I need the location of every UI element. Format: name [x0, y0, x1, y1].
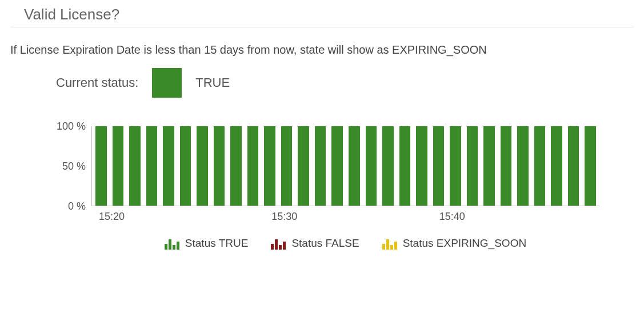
legend-item[interactable]: Status TRUE — [165, 237, 249, 250]
legend-icon — [382, 238, 397, 250]
legend: Status TRUEStatus FALSEStatus EXPIRING_S… — [23, 223, 634, 255]
status-color-swatch — [152, 68, 182, 98]
bar[interactable] — [382, 126, 394, 206]
plot-area — [91, 126, 599, 206]
bar[interactable] — [551, 126, 562, 206]
bar[interactable] — [433, 126, 445, 206]
bar[interactable] — [534, 126, 546, 206]
bar[interactable] — [247, 126, 259, 206]
chart-panel: 100 % 50 % 0 % 15:2015:3015:40 Status TR… — [0, 103, 644, 261]
bar[interactable] — [366, 126, 377, 206]
bar[interactable] — [146, 126, 158, 206]
y-tick-0: 0 % — [68, 200, 86, 212]
legend-icon — [271, 238, 286, 250]
bar[interactable] — [331, 126, 343, 206]
bar[interactable] — [517, 126, 529, 206]
bar[interactable] — [230, 126, 242, 206]
bar[interactable] — [399, 126, 411, 206]
legend-item[interactable]: Status FALSE — [271, 237, 359, 250]
legend-label: Status TRUE — [185, 237, 249, 250]
bar[interactable] — [129, 126, 141, 206]
current-status-label: Current status: — [56, 75, 138, 90]
bar[interactable] — [501, 126, 512, 206]
bar[interactable] — [214, 126, 225, 206]
bar[interactable] — [113, 126, 124, 206]
x-tick: 15:40 — [439, 211, 465, 223]
bar[interactable] — [264, 126, 275, 206]
y-tick-100: 100 % — [57, 121, 86, 133]
bar[interactable] — [450, 126, 461, 206]
bar[interactable] — [315, 126, 326, 206]
legend-icon — [165, 238, 179, 250]
bar[interactable] — [180, 126, 191, 206]
legend-item[interactable]: Status EXPIRING_SOON — [382, 237, 526, 250]
bar[interactable] — [483, 126, 495, 206]
panel-title: Valid License? — [10, 0, 634, 27]
y-tick-50: 50 % — [62, 161, 86, 172]
bar[interactable] — [585, 126, 596, 206]
legend-label: Status EXPIRING_SOON — [403, 237, 526, 250]
bar[interactable] — [467, 126, 478, 206]
bar[interactable] — [281, 126, 293, 206]
legend-label: Status FALSE — [291, 237, 359, 250]
current-status-row: Current status: TRUE — [0, 62, 644, 103]
bar[interactable] — [568, 126, 579, 206]
bar-chart[interactable]: 100 % 50 % 0 % 15:2015:3015:40 — [23, 126, 634, 223]
x-axis-labels: 15:2015:3015:40 — [91, 211, 599, 224]
bar[interactable] — [349, 126, 360, 206]
x-tick: 15:20 — [99, 211, 125, 223]
bar[interactable] — [163, 126, 174, 206]
bar[interactable] — [95, 126, 107, 206]
bar[interactable] — [197, 126, 208, 206]
panel-description: If License Expiration Date is less than … — [0, 27, 644, 62]
bars-container — [92, 126, 599, 206]
current-status-value: TRUE — [195, 75, 230, 90]
bar[interactable] — [298, 126, 309, 206]
bar[interactable] — [416, 126, 427, 206]
x-tick: 15:30 — [271, 211, 297, 223]
